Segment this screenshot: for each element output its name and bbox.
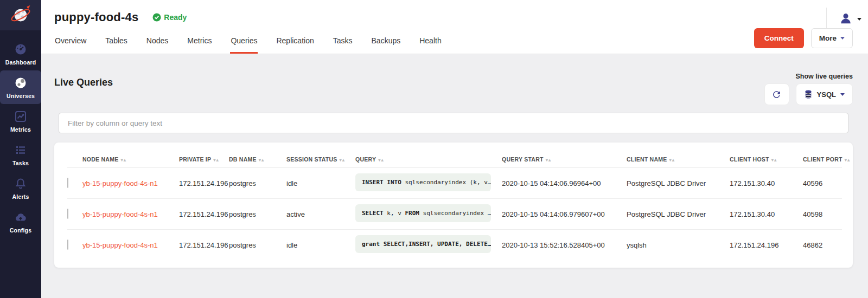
tab-tasks[interactable]: Tasks xyxy=(333,31,353,54)
tab-nodes[interactable]: Nodes xyxy=(146,31,169,54)
sidebar-item-alerts[interactable]: Alerts xyxy=(0,171,41,205)
sidebar-item-label: Universes xyxy=(7,93,35,99)
db-name-cell: postgres xyxy=(229,210,286,218)
query-start-cell: 2020-10-15 04:14:06.979607+00 xyxy=(502,210,627,218)
check-circle-icon xyxy=(152,13,161,22)
sidebar: Dashboard Universes Metrics Tasks Alerts xyxy=(0,0,41,298)
column-header-query[interactable]: QUERY▾▴ xyxy=(355,156,502,163)
planet-rocket-logo-icon xyxy=(9,4,32,27)
yugabyte-logo[interactable] xyxy=(0,0,41,30)
sidebar-item-label: Configs xyxy=(10,227,31,234)
tab-replication[interactable]: Replication xyxy=(276,31,314,54)
client-port-cell: 46862 xyxy=(803,241,842,249)
tab-backups[interactable]: Backups xyxy=(371,31,401,54)
row-checkbox[interactable] xyxy=(67,209,68,219)
more-button[interactable]: More xyxy=(811,28,853,48)
sidebar-item-label: Metrics xyxy=(10,126,31,133)
refresh-button[interactable] xyxy=(764,83,789,105)
api-selector-dropdown[interactable]: YSQL xyxy=(796,83,853,105)
query-start-cell: 2020-10-15 04:14:06.96964+00 xyxy=(502,179,627,187)
sort-icon: ▾▴ xyxy=(546,157,552,163)
client-host-cell: 172.151.24.196 xyxy=(730,241,803,249)
session-status-cell: idle xyxy=(286,241,355,249)
table-row: yb-15-puppy-food-4s-n1 172.151.24.196 po… xyxy=(67,229,842,260)
table-row: yb-15-puppy-food-4s-n1 172.151.24.196 po… xyxy=(67,198,842,229)
configs-cloud-upload-icon xyxy=(14,211,27,224)
client-name-cell: ysqlsh xyxy=(627,241,730,249)
query-text-box[interactable]: INSERT INTO sqlsecondaryindex (k, v… xyxy=(355,173,491,191)
query-filter-input[interactable] xyxy=(59,113,848,133)
node-name-link[interactable]: yb-15-puppy-food-4s-n1 xyxy=(82,241,158,249)
sort-icon: ▾▴ xyxy=(120,157,126,163)
tasks-list-icon xyxy=(14,144,27,157)
tab-queries[interactable]: Queries xyxy=(230,31,258,54)
chevron-down-icon xyxy=(857,18,861,21)
sidebar-item-configs[interactable]: Configs xyxy=(0,205,41,238)
query-text-box[interactable]: SELECT k, v FROM sqlsecondaryindex … xyxy=(355,204,491,222)
column-header-private-ip[interactable]: PRIVATE IP▾▴ xyxy=(179,156,229,163)
table-header-row: NODE NAME▾▴ PRIVATE IP▾▴ DB NAME▾▴ SESSI… xyxy=(67,151,842,167)
user-menu[interactable] xyxy=(826,8,861,29)
page-title: Live Queries xyxy=(54,77,113,88)
node-name-link[interactable]: yb-15-puppy-food-4s-n1 xyxy=(82,179,158,187)
sort-icon: ▾▴ xyxy=(340,157,346,163)
sidebar-item-label: Tasks xyxy=(12,160,29,166)
column-header-client-name[interactable]: CLIENT NAME▾▴ xyxy=(627,156,730,163)
sidebar-item-metrics[interactable]: Metrics xyxy=(0,104,41,138)
column-header-query-start[interactable]: QUERY START▾▴ xyxy=(502,156,627,163)
node-name-link[interactable]: yb-15-puppy-food-4s-n1 xyxy=(82,210,158,218)
tab-health[interactable]: Health xyxy=(419,31,442,54)
column-header-client-port[interactable]: CLIENT PORT▾▴ xyxy=(803,156,850,163)
dashboard-gauge-icon xyxy=(14,43,27,56)
private-ip-cell: 172.151.24.196 xyxy=(179,241,229,249)
client-host-cell: 172.151.30.40 xyxy=(730,210,803,218)
row-checkbox[interactable] xyxy=(67,178,68,188)
status-label: Ready xyxy=(164,13,187,22)
db-name-cell: postgres xyxy=(229,179,286,187)
more-button-label: More xyxy=(819,34,837,42)
column-header-node-name[interactable]: NODE NAME▾▴ xyxy=(82,156,179,163)
tab-metrics[interactable]: Metrics xyxy=(187,31,212,54)
sidebar-item-dashboard[interactable]: Dashboard xyxy=(0,37,41,70)
user-avatar-icon xyxy=(839,11,853,25)
sidebar-item-label: Dashboard xyxy=(5,59,36,66)
connect-button[interactable]: Connect xyxy=(754,28,804,48)
sidebar-item-tasks[interactable]: Tasks xyxy=(0,138,41,171)
sort-icon: ▾▴ xyxy=(669,157,675,163)
api-selector-value: YSQL xyxy=(817,90,836,99)
database-icon xyxy=(804,89,813,99)
sort-icon: ▾▴ xyxy=(378,157,384,163)
alerts-bell-icon xyxy=(14,177,27,190)
client-port-cell: 40596 xyxy=(803,179,842,187)
private-ip-cell: 172.151.24.196 xyxy=(179,179,229,187)
status-badge: Ready xyxy=(152,13,187,22)
universe-tabs: Overview Tables Nodes Metrics Queries Re… xyxy=(54,31,442,54)
universe-title: puppy-food-4s xyxy=(54,10,138,24)
tab-overview[interactable]: Overview xyxy=(54,31,87,54)
live-queries-panel: Live Queries Show live queries YSQL NODE… xyxy=(41,54,868,298)
db-name-cell: postgres xyxy=(229,241,286,249)
sidebar-item-universes[interactable]: Universes xyxy=(0,70,41,104)
client-name-cell: PostgreSQL JDBC Driver xyxy=(627,210,730,218)
tab-tables[interactable]: Tables xyxy=(105,31,127,54)
chevron-down-icon xyxy=(840,37,845,40)
table-row: yb-15-puppy-food-4s-n1 172.151.24.196 po… xyxy=(67,167,842,198)
refresh-icon xyxy=(771,89,782,100)
session-status-cell: active xyxy=(286,210,355,218)
column-header-db-name[interactable]: DB NAME▾▴ xyxy=(229,156,286,163)
sort-icon: ▾▴ xyxy=(259,157,265,163)
query-start-cell: 2020-10-13 15:52:16.528405+00 xyxy=(502,241,627,249)
show-live-queries-label: Show live queries xyxy=(795,73,853,80)
session-status-cell: idle xyxy=(286,179,355,187)
column-header-session-status[interactable]: SESSION STATUS▾▴ xyxy=(286,156,355,163)
column-header-client-host[interactable]: CLIENT HOST▾▴ xyxy=(730,156,803,163)
client-port-cell: 40598 xyxy=(803,210,842,218)
chevron-down-icon xyxy=(840,93,845,96)
row-checkbox[interactable] xyxy=(67,239,68,250)
sort-icon: ▾▴ xyxy=(771,157,777,163)
sort-icon: ▾▴ xyxy=(845,157,851,163)
sidebar-item-label: Alerts xyxy=(12,193,29,200)
private-ip-cell: 172.151.24.196 xyxy=(179,210,229,218)
universe-globe-icon xyxy=(14,76,27,89)
query-text-box[interactable]: grant SELECT,INSERT, UPDATE, DELETE… xyxy=(355,235,491,253)
